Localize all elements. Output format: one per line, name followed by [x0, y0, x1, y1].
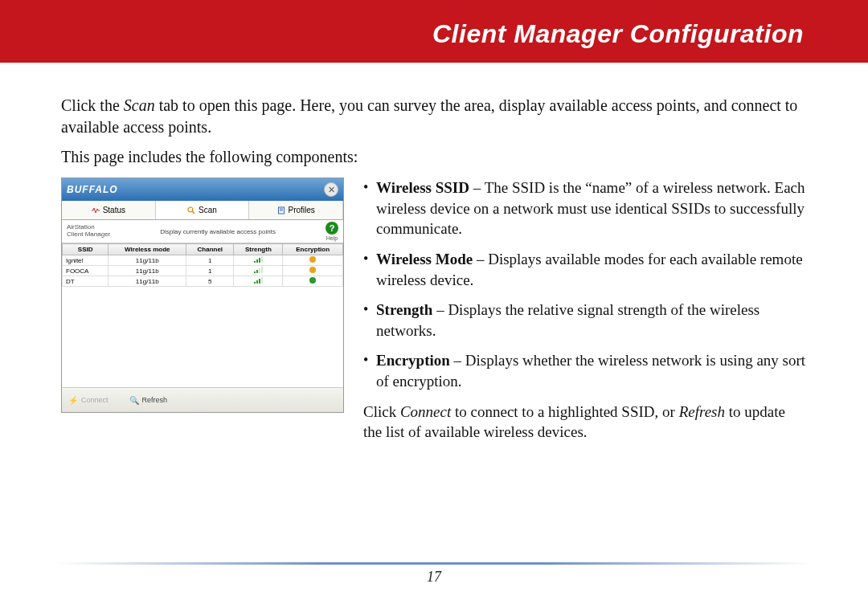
refresh-label: Refresh	[142, 396, 168, 404]
tab-scan[interactable]: Scan	[156, 201, 250, 219]
encryption-icon	[309, 256, 316, 263]
bullet-term: Wireless SSID	[376, 179, 469, 196]
tab-status[interactable]: Status	[62, 201, 156, 219]
bullet-item: Wireless SSID – The SSID is the “name” o…	[363, 178, 807, 239]
close-icon[interactable]: ✕	[324, 182, 338, 197]
cell-channel: 5	[186, 276, 234, 287]
table-row[interactable]: Ignite!11g/11b1	[63, 255, 343, 266]
bullet-item: Wireless Mode – Displays available modes…	[363, 249, 807, 290]
bullet-term: Strength	[376, 301, 432, 318]
cell-mode: 11g/11b	[108, 276, 186, 287]
page-number: 17	[427, 569, 441, 586]
tab-profiles[interactable]: Profiles	[249, 201, 343, 219]
profiles-icon	[277, 206, 285, 214]
tail-paragraph: Click Connect to connect to a highlighte…	[363, 402, 807, 443]
scan-word: Scan	[124, 96, 155, 114]
col-channel[interactable]: Channel	[186, 244, 234, 255]
connect-button[interactable]: ⚡ Connect	[68, 396, 108, 405]
title-bar: BUFFALO ✕	[62, 178, 343, 201]
tab-profiles-label: Profiles	[289, 206, 315, 214]
bullet-list: Wireless SSID – The SSID is the “name” o…	[363, 178, 807, 392]
cell-ssid: DT	[63, 276, 108, 287]
table-header-row: SSID Wireless mode Channel Strength Encr…	[63, 244, 343, 255]
cell-channel: 1	[186, 266, 234, 276]
cell-strength	[234, 276, 283, 287]
tab-scan-label: Scan	[199, 206, 217, 214]
bullet-term: Wireless Mode	[376, 251, 473, 267]
intro-paragraph-1: Click the Scan tab to open this page. He…	[61, 95, 807, 138]
col-encryption[interactable]: Encryption	[283, 244, 343, 255]
tail-a: Click	[363, 403, 400, 420]
tail-refresh: Refresh	[679, 403, 725, 420]
brand-logo: BUFFALO	[67, 184, 118, 195]
magnifier-icon: 🔍	[129, 396, 139, 405]
tail-connect: Connect	[400, 403, 451, 420]
cell-channel: 1	[186, 255, 234, 266]
refresh-button[interactable]: 🔍 Refresh	[129, 396, 168, 405]
sub-bar: AirStation Client Manager Display curren…	[62, 220, 343, 243]
footer-rule	[56, 562, 812, 565]
header-band: Client Manager Configuration	[0, 0, 868, 63]
table-row[interactable]: FOOCA11g/11b1	[63, 266, 343, 276]
screenshot-figure: BUFFALO ✕ Status Scan Profiles	[61, 178, 344, 413]
connect-label: Connect	[81, 396, 108, 404]
page-title: Client Manager Configuration	[432, 19, 804, 49]
help-label: Help	[326, 235, 338, 241]
ap-table: SSID Wireless mode Channel Strength Encr…	[62, 243, 343, 287]
content-area: Click the Scan tab to open this page. He…	[0, 63, 868, 443]
bullet-column: Wireless SSID – The SSID is the “name” o…	[363, 178, 807, 443]
cell-ssid: FOOCA	[63, 266, 108, 276]
cell-encryption	[283, 255, 343, 266]
signal-bars-icon	[254, 267, 263, 273]
cell-strength	[234, 255, 283, 266]
two-column-layout: BUFFALO ✕ Status Scan Profiles	[61, 178, 807, 443]
help-icon: ?	[326, 222, 338, 235]
tab-bar: Status Scan Profiles	[62, 201, 343, 220]
tail-b: to connect to a highlighted SSID, or	[451, 403, 678, 420]
cell-encryption	[283, 276, 343, 287]
cell-mode: 11g/11b	[108, 255, 186, 266]
status-icon	[92, 206, 100, 214]
encryption-icon	[309, 267, 316, 273]
help-wrap[interactable]: ? Help	[326, 222, 338, 241]
col-ssid[interactable]: SSID	[63, 244, 108, 255]
col-strength[interactable]: Strength	[234, 244, 283, 255]
bullet-item: Encryption – Displays whether the wirele…	[363, 350, 807, 391]
app-window: BUFFALO ✕ Status Scan Profiles	[61, 178, 344, 413]
bullet-desc: – Displays the relative signal strength …	[376, 301, 760, 339]
signal-bars-icon	[254, 256, 263, 263]
sub-caption: Display currently available access point…	[110, 228, 326, 235]
bullet-term: Encryption	[376, 352, 450, 369]
intro-paragraph-2: This page includes the following compone…	[61, 146, 807, 168]
intro-text-a: Click the	[61, 96, 124, 114]
intro-text-b: tab to open this page. Here, you can sur…	[61, 96, 797, 136]
cell-ssid: Ignite!	[63, 255, 108, 266]
col-mode[interactable]: Wireless mode	[108, 244, 186, 255]
scan-icon	[187, 206, 195, 214]
tab-status-label: Status	[103, 206, 125, 214]
sub-left-2: Client Manager	[67, 231, 110, 239]
table-row[interactable]: DT11g/11b5	[63, 276, 343, 287]
encryption-icon	[309, 277, 316, 284]
sub-bar-left: AirStation Client Manager	[67, 224, 110, 239]
bolt-icon: ⚡	[68, 396, 78, 405]
svg-line-1	[192, 211, 194, 214]
table-area: SSID Wireless mode Channel Strength Encr…	[62, 243, 343, 388]
bullet-item: Strength – Displays the relative signal …	[363, 300, 807, 341]
cell-encryption	[283, 266, 343, 276]
cell-strength	[234, 266, 283, 276]
window-footer: ⚡ Connect 🔍 Refresh	[62, 388, 343, 412]
cell-mode: 11g/11b	[108, 266, 186, 276]
signal-bars-icon	[254, 277, 263, 284]
